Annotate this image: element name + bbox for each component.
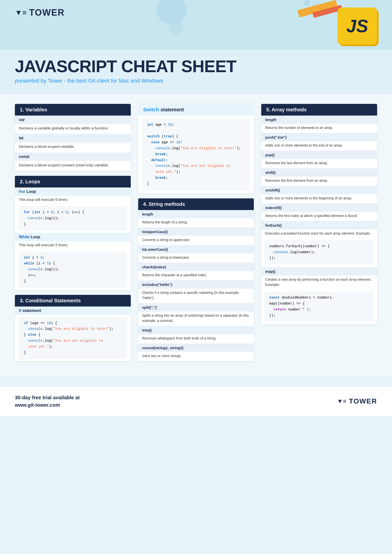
content-area: 1. Variables var Declares a variable glo… xyxy=(0,94,392,376)
array-methods-list: length Returns the number of elements in… xyxy=(261,116,377,325)
while-loop-desc: This loop will execute 5 times: xyxy=(15,241,131,249)
footer-line1: 30-day free trial available at xyxy=(15,395,80,400)
let-item: let Declares a block-scoped variable. xyxy=(15,134,131,153)
arr-method-shift: shift() Removes the first element from a… xyxy=(261,168,377,186)
column-2: Switch statement let age = 20; switch (t… xyxy=(138,104,254,361)
footer-line2: www.git-tower.com xyxy=(15,402,60,408)
while-loop-label: While Loop xyxy=(15,233,131,241)
switch-section: Switch statement let age = 20; switch (t… xyxy=(138,104,254,193)
method-toUpperCase: toUpperCase() Converts a string to upper… xyxy=(138,228,254,245)
deco-circle-2 xyxy=(168,20,183,35)
switch-header: Switch statement xyxy=(138,104,254,116)
array-methods-header: 5. Array methods xyxy=(261,104,377,116)
js-badge: JS xyxy=(327,5,377,47)
main-grid: 1. Variables var Declares a variable glo… xyxy=(15,104,377,361)
title-section: JAVASCRIPT CHEAT SHEET presented by Towe… xyxy=(0,50,392,94)
arr-method-push: push("Joe") Adds one or more elements to… xyxy=(261,133,377,151)
footer-logo-text: TOWER xyxy=(349,397,377,405)
const-keyword: const xyxy=(15,153,131,161)
const-item: const Declares a block-scoped constant (… xyxy=(15,153,131,171)
string-methods-list: length Returns the length of a string. t… xyxy=(138,210,254,361)
while-loop-code: let i = 0; while (i < 5) { console.log(i… xyxy=(19,251,127,288)
method-includes: includes("Hello") Checks if a string con… xyxy=(138,280,254,303)
var-keyword: var xyxy=(15,116,131,124)
footer: 30-day free trial available at www.git-t… xyxy=(0,386,392,416)
switch-statement-label: statement xyxy=(161,107,184,112)
if-code: if (age >= 18) { console.log("You are el… xyxy=(19,317,127,359)
method-trim: trim() Removes whitespace from both ends… xyxy=(138,326,254,344)
js-badge-box: JS xyxy=(337,7,377,45)
for-loop-label: For Loop xyxy=(15,187,131,196)
column-1: 1. Variables var Declares a variable glo… xyxy=(15,104,131,361)
method-length: length Returns the length of a string. xyxy=(138,210,254,228)
logo-text: TOWER xyxy=(29,7,65,18)
header-section: ▼≡ TOWER JS xyxy=(0,0,392,50)
arr-method-unshift: unshift() Adds one or more elements to t… xyxy=(261,186,377,204)
forEach-code: numbers.forEach((number) => { console.lo… xyxy=(264,240,374,265)
deco-circle-4 xyxy=(304,0,310,6)
arr-method-forEach: forEach() Executes a provided function o… xyxy=(261,221,377,267)
arr-method-length: length Returns the number of elements in… xyxy=(261,116,377,133)
loops-section: 2. Loops For Loop This loop will execute… xyxy=(15,176,131,290)
method-split: split(",") Splits a string into an array… xyxy=(138,303,254,326)
conditional-content: If statement if (age >= 18) { console.lo… xyxy=(15,307,131,359)
arr-method-pop: pop() Removes the last element from an a… xyxy=(261,151,377,168)
for-loop-desc: This loop will execute 5 times: xyxy=(15,196,131,204)
subtitle: presented by Tower - the best Git client… xyxy=(15,78,377,84)
var-desc: Declares a variable globally or locally … xyxy=(15,124,131,134)
footer-logo-icon: ▼≡ xyxy=(337,398,347,405)
let-keyword: let xyxy=(15,134,131,142)
logo-icon: ▼≡ xyxy=(15,8,27,17)
switch-code: let age = 20; switch (true) { case age >… xyxy=(142,119,250,190)
const-desc: Declares a block-scoped constant (read-o… xyxy=(15,161,131,171)
loops-content: For Loop This loop will execute 5 times:… xyxy=(15,187,131,288)
footer-logo: ▼≡ TOWER xyxy=(337,397,377,405)
footer-text: 30-day free trial available at www.git-t… xyxy=(15,394,80,409)
array-methods-section: 5. Array methods length Returns the numb… xyxy=(261,104,377,325)
let-desc: Declares a block-scoped variable. xyxy=(15,142,131,153)
switch-label: Switch xyxy=(143,107,159,112)
if-label: If statement xyxy=(15,307,131,315)
string-methods-header: 4. String methods xyxy=(138,198,254,210)
main-title: JAVASCRIPT CHEAT SHEET xyxy=(15,57,377,76)
loops-header: 2. Loops xyxy=(15,176,131,187)
for-loop-code: for (let i = 0; i < 5; i++) { console.lo… xyxy=(19,206,127,231)
conditional-section: 3. Conditional Statements If statement i… xyxy=(15,295,131,361)
variables-section: 1. Variables var Declares a variable glo… xyxy=(15,104,131,171)
map-code: const doubledNumbers = numbers. map((num… xyxy=(264,291,374,322)
method-charAt: charAt(index) Returns the character at a… xyxy=(138,263,254,280)
method-toLowerCase: toLowerCase() Converts a string to lower… xyxy=(138,245,254,263)
arr-method-map: map() Creates a new array by performing … xyxy=(261,267,377,325)
variables-header: 1. Variables xyxy=(15,104,131,116)
method-concat: concat(string1, string2) Joins two or mo… xyxy=(138,344,254,361)
js-badge-text: JS xyxy=(346,16,368,36)
var-item: var Declares a variable globally or loca… xyxy=(15,116,131,134)
string-methods-section: 4. String methods length Returns the len… xyxy=(138,198,254,361)
variables-content: var Declares a variable globally or loca… xyxy=(15,116,131,171)
column-3: 5. Array methods length Returns the numb… xyxy=(261,104,377,325)
arr-method-indexOf: indexOf() Returns the first index at whi… xyxy=(261,204,377,221)
conditional-header: 3. Conditional Statements xyxy=(15,295,131,307)
